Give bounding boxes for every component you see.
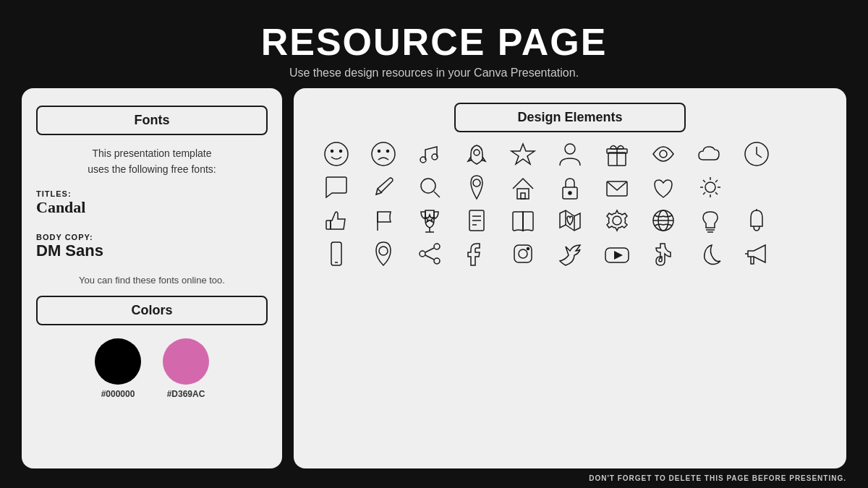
colors-label: Colors: [36, 296, 268, 325]
icon-bulb: [689, 206, 731, 235]
footer-note: DON'T FORGET TO DELETE THIS PAGE BEFORE …: [589, 474, 846, 482]
fonts-label: Fonts: [36, 106, 268, 135]
icon-tiktok: [642, 239, 685, 268]
svg-marker-66: [614, 251, 623, 260]
icon-thumbsup: [315, 206, 358, 235]
icon-lock: [549, 173, 592, 202]
icon-sad: [362, 140, 405, 168]
icon-pencil: [362, 173, 405, 202]
svg-line-60: [425, 248, 434, 252]
icon-twitter: [549, 239, 592, 268]
icon-sun: [689, 173, 731, 202]
svg-line-30: [703, 180, 705, 182]
icon-star: [502, 140, 545, 168]
page-title: RESOURCE PAGE: [261, 20, 608, 64]
svg-line-32: [715, 180, 718, 182]
icon-map: [549, 206, 592, 235]
icon-book: [502, 206, 545, 235]
right-panel: Design Elements: [294, 88, 846, 468]
icon-empty3: [782, 173, 825, 202]
icon-chat: [315, 173, 358, 202]
svg-point-23: [569, 192, 571, 194]
icon-empty4: [782, 206, 825, 235]
svg-point-4: [378, 150, 380, 153]
svg-line-16: [378, 189, 382, 193]
svg-marker-9: [511, 144, 535, 164]
svg-point-2: [340, 150, 342, 153]
title-font-label: TITLES:: [36, 189, 268, 198]
svg-line-61: [425, 255, 434, 260]
icon-gear: [595, 206, 638, 235]
svg-point-63: [519, 249, 527, 258]
icon-globe: [642, 206, 685, 235]
icon-gift: [595, 140, 638, 168]
svg-rect-34: [326, 221, 331, 229]
online-note: You can find these fonts online too.: [36, 275, 268, 286]
icon-facebook: [456, 239, 498, 268]
icon-empty5: [782, 239, 825, 268]
icon-document: [456, 206, 498, 235]
svg-line-31: [715, 192, 718, 194]
icon-youtube: [595, 239, 638, 268]
icon-trophy: [409, 206, 451, 235]
colors-section: Colors #000000 #D369AC: [36, 296, 268, 402]
svg-point-59: [434, 258, 440, 264]
fonts-description: This presentation template uses the foll…: [36, 145, 268, 178]
icon-pin: [456, 173, 498, 202]
svg-line-18: [434, 192, 440, 197]
svg-rect-20: [517, 189, 529, 199]
body-font-label: BODY COPY:: [36, 233, 268, 241]
svg-point-57: [434, 244, 440, 249]
main-content: Fonts This presentation template uses th…: [0, 88, 868, 468]
svg-point-58: [420, 251, 425, 257]
color-circle-pink: [163, 338, 209, 385]
icons-grid: [315, 140, 825, 268]
svg-point-3: [372, 142, 395, 166]
color-item-black: #000000: [95, 338, 141, 399]
color-circle-black: [95, 338, 141, 385]
icon-cloud: [689, 140, 731, 168]
icon-music: [409, 140, 451, 168]
svg-point-47: [613, 216, 621, 225]
icon-home: [502, 173, 545, 202]
body-font-name: DM Sans: [36, 241, 268, 260]
svg-rect-54: [331, 242, 341, 265]
svg-marker-44: [560, 210, 580, 231]
icon-empty1: [782, 140, 825, 168]
icon-megaphone: [736, 239, 778, 268]
svg-point-5: [386, 150, 388, 153]
color-swatches: #000000 #D369AC: [36, 333, 268, 402]
svg-point-1: [331, 150, 333, 153]
icon-person: [549, 140, 592, 168]
icon-instagram: [502, 239, 545, 268]
color-hex-black: #000000: [101, 389, 135, 399]
icon-moon: [689, 239, 731, 268]
svg-point-8: [474, 150, 480, 155]
svg-marker-38: [425, 215, 434, 222]
page-subtitle: Use these design resources in your Canva…: [261, 67, 608, 80]
icon-search: [409, 173, 451, 202]
design-elements-label: Design Elements: [454, 103, 686, 132]
icon-phone: [315, 239, 358, 268]
page-header: RESOURCE PAGE Use these design resources…: [261, 0, 608, 88]
svg-point-19: [473, 179, 480, 187]
icon-rocket: [456, 140, 498, 168]
svg-point-64: [527, 248, 529, 250]
svg-line-33: [703, 192, 705, 194]
icon-share: [409, 239, 451, 268]
icon-flag: [362, 206, 405, 235]
svg-point-25: [705, 182, 715, 192]
color-hex-pink: #D369AC: [167, 389, 205, 399]
icon-clock: [736, 140, 778, 168]
icon-eye: [642, 140, 685, 168]
icon-heart: [642, 173, 685, 202]
svg-point-0: [325, 142, 348, 166]
svg-rect-21: [521, 193, 525, 199]
title-font-entry: TITLES: Candal: [36, 189, 268, 217]
svg-point-10: [565, 144, 575, 154]
icon-smiley: [315, 140, 358, 168]
svg-point-17: [421, 179, 435, 193]
footer: DON'T FORGET TO DELETE THIS PAGE BEFORE …: [0, 468, 868, 488]
body-font-entry: BODY COPY: DM Sans: [36, 233, 268, 260]
icon-bell: [736, 206, 778, 235]
